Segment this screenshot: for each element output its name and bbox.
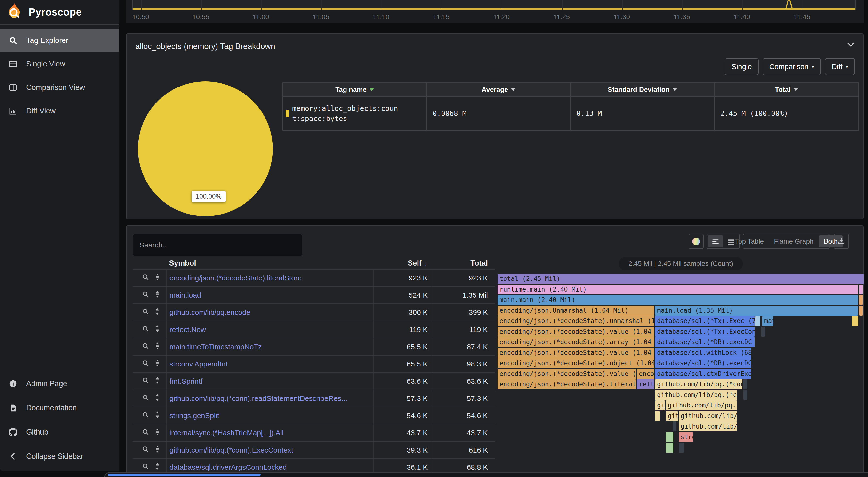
sandwich-view-icon[interactable] <box>154 428 161 437</box>
sandwich-view-icon[interactable] <box>154 291 161 299</box>
chevron-down-icon[interactable] <box>845 39 856 51</box>
sandwich-view-icon[interactable] <box>154 342 161 351</box>
flame-bar[interactable] <box>761 327 765 337</box>
flame-bar[interactable] <box>673 421 677 432</box>
flame-bar[interactable]: encoding/json.(*decodeState).value (1.04… <box>498 348 654 358</box>
tag-table-header-average[interactable]: Average <box>427 83 570 96</box>
flame-bar[interactable]: database/sql.withLock (684 K <box>655 348 751 358</box>
flame-bar[interactable]: runtime.main (2.40 Mil) <box>498 285 858 294</box>
flame-bar[interactable]: git <box>666 411 678 421</box>
flame-bar[interactable] <box>666 443 673 452</box>
tag-table-header-tag-name[interactable]: Tag name <box>283 83 427 96</box>
self-column-header[interactable]: Self <box>373 259 432 267</box>
brand[interactable]: Pyroscope <box>0 0 119 25</box>
magnifier-icon[interactable] <box>142 274 149 282</box>
sidebar-item-admin-page[interactable]: Admin Page <box>0 372 119 396</box>
flame-bar[interactable]: encod <box>637 369 654 379</box>
flame-bar[interactable]: database/sql.(*DB).execDC (70 <box>655 337 754 347</box>
symbol-link[interactable]: main.timeToTimestampNoTz <box>166 338 373 355</box>
symbol-link[interactable]: encoding/json.(*decodeState).literalStor… <box>166 269 373 286</box>
symbol-column-header[interactable]: Symbol <box>166 259 373 267</box>
flame-bar[interactable] <box>655 411 660 421</box>
flame-bar[interactable]: refle <box>637 379 654 389</box>
flame-bar[interactable]: encoding/json.(*decodeState).value (1.04… <box>498 327 654 337</box>
sandwich-view-icon[interactable] <box>154 445 161 454</box>
flame-bar[interactable]: github.com/lib/pq.(*conn <box>655 390 737 400</box>
sidebar-item-comparison-view[interactable]: Comparison View <box>0 75 119 99</box>
flame-bar[interactable]: mai <box>762 316 773 326</box>
symbol-link[interactable]: fmt.Sprintf <box>166 373 373 389</box>
sandwich-view-icon[interactable] <box>154 394 161 403</box>
magnifier-icon[interactable] <box>142 342 149 351</box>
magnifier-icon[interactable] <box>142 308 149 317</box>
tag-table-row[interactable]: memory:alloc_objects:count:space:bytes 0… <box>283 97 858 130</box>
sidebar-item-single-view[interactable]: Single View <box>0 52 119 75</box>
sandwich-view-icon[interactable] <box>154 325 161 334</box>
total-column-header[interactable]: Total <box>432 259 495 267</box>
flame-bar[interactable]: github.com/lib/pq.(*conn) <box>655 379 742 389</box>
flame-bar[interactable]: database/sql.(*Tx).Exec (701 <box>655 316 754 326</box>
flame-bar[interactable]: main.main (2.40 Mil) <box>498 295 858 305</box>
diff-view-button[interactable]: Diff▾ <box>825 58 855 75</box>
flame-bar[interactable]: total (2.45 Mil) <box>498 274 864 284</box>
symbol-link[interactable]: github.com/lib/pq.(*conn).ExecContext <box>166 442 373 458</box>
sandwich-view-icon[interactable] <box>154 308 161 317</box>
tag-table-header-total[interactable]: Total <box>715 83 858 96</box>
flame-bar[interactable]: encoding/json.Unmarshal (1.04 Mil) <box>498 306 654 316</box>
sidebar-item-tag-explorer[interactable]: Tag Explorer <box>0 29 119 52</box>
timeline-plot[interactable] <box>132 0 856 10</box>
flame-bar[interactable]: database/sql.ctxDriverExec <box>655 369 751 379</box>
sidebar-item-documentation[interactable]: Documentation <box>0 396 119 420</box>
flame-bar[interactable]: github.com/lib/p <box>679 421 737 432</box>
flame-bar[interactable]: github.com/lib/pq.(* <box>666 401 737 410</box>
magnifier-icon[interactable] <box>142 359 149 369</box>
symbol-link[interactable]: strconv.AppendInt <box>166 356 373 372</box>
sandwich-view-icon[interactable] <box>154 274 161 282</box>
magnifier-icon[interactable] <box>142 291 149 299</box>
symbol-link[interactable]: github.com/lib/pq.(*conn).readStatementD… <box>166 390 373 407</box>
flame-bar[interactable] <box>743 379 747 389</box>
tag-table-header-standard-deviation[interactable]: Standard Deviation <box>571 83 715 96</box>
sandwich-view-icon[interactable] <box>154 359 161 369</box>
symbol-link[interactable]: reflect.New <box>166 321 373 338</box>
flame-bar[interactable] <box>852 316 858 326</box>
flame-bar[interactable]: encoding/json.(*decodeState).unmarshal (… <box>498 316 654 326</box>
single-view-button[interactable]: Single <box>725 58 758 75</box>
flame-bar[interactable]: encoding/json.(*decodeState).literalSt <box>498 379 636 389</box>
flame-bar[interactable]: encoding/json.(*decodeState).object (1.0… <box>498 358 654 368</box>
flame-bar[interactable]: database/sql.(*Tx).ExecContex <box>655 327 754 337</box>
magnifier-icon[interactable] <box>142 463 149 472</box>
flame-bar[interactable] <box>859 295 863 305</box>
magnifier-icon[interactable] <box>142 428 149 437</box>
symbol-link[interactable]: github.com/lib/pq.encode <box>166 304 373 321</box>
flame-bar[interactable]: github.com/lib/p <box>679 411 737 421</box>
comparison-view-button[interactable]: Comparison▾ <box>763 58 821 75</box>
flame-bar[interactable] <box>679 443 684 452</box>
symbol-link[interactable]: internal/sync.(*HashTrieMap[...]).All <box>166 424 373 441</box>
magnifier-icon[interactable] <box>142 377 149 386</box>
sandwich-view-icon[interactable] <box>154 377 161 386</box>
symbol-link[interactable]: main.load <box>166 287 373 304</box>
sandwich-view-icon[interactable] <box>154 463 161 472</box>
flame-bar[interactable]: encoding/json.(*decodeState).array (1.04… <box>498 337 654 347</box>
sidebar-item-diff-view[interactable]: Diff View <box>0 99 119 123</box>
flame-bar[interactable]: git <box>655 401 665 410</box>
sidebar-item-github[interactable]: Github <box>0 420 119 444</box>
flame-bar[interactable]: main.load (1.35 Mil) <box>655 306 858 316</box>
magnifier-icon[interactable] <box>142 394 149 403</box>
magnifier-icon[interactable] <box>142 325 149 334</box>
flame-bar[interactable] <box>666 432 673 442</box>
flame-bar[interactable] <box>755 316 760 326</box>
sandwich-view-icon[interactable] <box>154 411 161 420</box>
search-input[interactable] <box>133 234 302 256</box>
sidebar-item-collapse-sidebar[interactable]: Collapse Sidebar <box>0 444 119 469</box>
flame-bar[interactable] <box>743 390 747 400</box>
flame-bar[interactable]: database/sql.(*DB).execDC.fu <box>655 358 751 368</box>
magnifier-icon[interactable] <box>142 411 149 420</box>
flame-bar[interactable]: encoding/json.(*decodeState).value (92 <box>498 369 636 379</box>
flame-bar[interactable] <box>859 285 863 294</box>
magnifier-icon[interactable] <box>142 445 149 454</box>
flame-bar[interactable]: stro <box>679 432 693 442</box>
symbol-link[interactable]: strings.genSplit <box>166 407 373 424</box>
flame-bar[interactable] <box>859 306 863 316</box>
